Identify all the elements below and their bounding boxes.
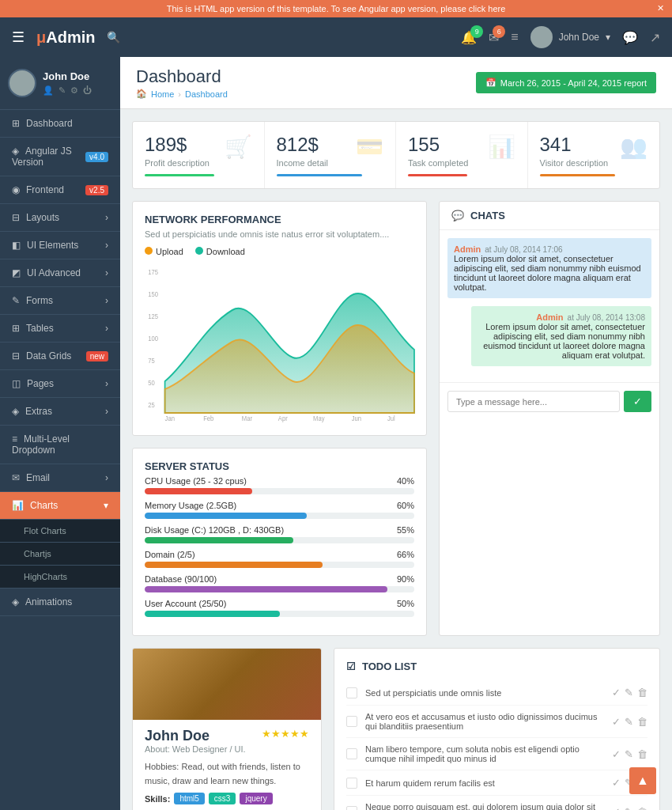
todo-checkbox[interactable] xyxy=(346,716,357,727)
user-profile-icon[interactable]: 👤 xyxy=(43,85,54,96)
sidebar-item-frontend[interactable]: ◉Frontend v2.5 xyxy=(0,176,120,204)
server-item: CPU Usage (25 - 32 cpus) 40% xyxy=(145,476,414,494)
sidebar-item-extras[interactable]: ◈Extras› xyxy=(0,398,120,426)
chat-time-2: at July 08, 2014 13:08 xyxy=(568,313,645,322)
angular-badge: v4.0 xyxy=(85,152,108,162)
todo-text: Et harum quidem rerum facilis est xyxy=(365,778,604,788)
stat-profit: 189$ Profit description 🛒 xyxy=(133,122,265,188)
server-item-label: Memory Usage (2.5GB) 60% xyxy=(145,501,414,510)
sidebar-item-flot[interactable]: Flot Charts xyxy=(0,520,120,543)
sidebar-charts-label: Charts xyxy=(30,500,58,511)
todo-checkbox[interactable] xyxy=(346,778,357,789)
user-power-icon[interactable]: ⏻ xyxy=(83,85,92,96)
sidebar-item-ui-advanced[interactable]: ◩UI Advanced› xyxy=(0,259,120,287)
todo-check-icon[interactable]: ✓ xyxy=(612,687,621,698)
upload-legend-dot xyxy=(145,247,153,255)
user-dropdown[interactable]: John Doe ▾ xyxy=(530,26,610,48)
sidebar-item-forms[interactable]: ✎Forms› xyxy=(0,287,120,315)
network-title: NETWORK PERFORMANCE xyxy=(145,214,414,225)
ui-advanced-icon: ◩ xyxy=(12,267,21,278)
sidebar-username: John Doe xyxy=(43,70,92,82)
date-range-button[interactable]: 📅 March 26, 2015 - April 24, 2015 report xyxy=(476,72,656,93)
charts-icon: 📊 xyxy=(12,500,24,511)
layouts-icon: ⊟ xyxy=(12,212,20,223)
hamburger-menu-icon[interactable]: ☰ xyxy=(12,28,25,46)
server-progress-bar xyxy=(145,562,414,568)
highcharts-label: HighCharts xyxy=(24,572,67,581)
tables-icon: ⊞ xyxy=(12,323,20,334)
user-settings-icon[interactable]: ⚙ xyxy=(70,85,78,96)
skills-label: Skills: xyxy=(145,794,170,804)
server-progress-fill xyxy=(145,513,307,519)
sidebar-item-ui-elements[interactable]: ◧UI Elements› xyxy=(0,232,120,259)
user-edit-icon[interactable]: ✎ xyxy=(59,85,66,96)
todo-delete-icon[interactable]: 🗑 xyxy=(637,687,647,698)
todo-edit-icon[interactable]: ✎ xyxy=(625,748,633,760)
sidebar-item-datagrids[interactable]: ⊟Data Grids new xyxy=(0,343,120,370)
scroll-to-top-button[interactable]: ▲ xyxy=(629,767,656,794)
sidebar-item-tables[interactable]: ⊞Tables› xyxy=(0,315,120,343)
search-icon[interactable]: 🔍 xyxy=(107,31,120,44)
chat-card: 💬 CHATS Adminat July 08, 2014 17:06 Lore… xyxy=(439,201,660,636)
todo-checkbox[interactable] xyxy=(346,687,357,698)
skill-jquery: jquery xyxy=(240,793,272,804)
chevron-down-icon: ▾ xyxy=(104,500,108,511)
stat-progress-bar xyxy=(408,174,467,176)
sidebar-item-email[interactable]: ✉Email› xyxy=(0,464,120,492)
announcement-text: This is HTML app version of this templat… xyxy=(167,4,506,13)
todo-text: At vero eos et accusamus et iusto odio d… xyxy=(365,712,604,731)
chat-text-1: Lorem ipsum dolor sit amet, consectetuer… xyxy=(454,254,645,292)
share-icon[interactable]: ↗ xyxy=(650,30,660,45)
chat-input[interactable] xyxy=(447,391,620,412)
chevron-right-icon: › xyxy=(105,240,108,251)
sidebar-item-dashboard[interactable]: ⊞Dashboard xyxy=(0,110,120,138)
chat-author-2: Admin xyxy=(536,312,563,322)
sidebar-item-animations[interactable]: ◈Animations xyxy=(0,589,120,616)
todo-checkbox[interactable] xyxy=(346,806,357,810)
close-icon[interactable]: ✕ xyxy=(657,3,664,13)
chat-message-2: Adminat July 08, 2014 13:08 Lorem ipsum … xyxy=(471,306,651,366)
todo-check-icon[interactable]: ✓ xyxy=(612,748,621,760)
svg-text:175: 175 xyxy=(148,267,158,276)
chat-header-icon[interactable]: 💬 xyxy=(622,30,638,45)
breadcrumb-home[interactable]: Home xyxy=(151,89,174,99)
chat-text-2: Lorem ipsum dolor sit amet, consectetuer… xyxy=(478,322,645,360)
middle-section: NETWORK PERFORMANCE Sed ut perspiciatis … xyxy=(132,201,660,636)
list-icon[interactable]: ≡ xyxy=(511,30,518,44)
email-icon[interactable]: ✉ 6 xyxy=(489,30,499,45)
chat-send-button[interactable]: ✓ xyxy=(624,391,651,412)
profile-hobbies: Hobbies: Read, out with friends, listen … xyxy=(145,760,309,788)
svg-text:Jun: Jun xyxy=(352,414,362,422)
chat-author-1: Admin xyxy=(454,244,481,254)
server-item-label: CPU Usage (25 - 32 cpus) 40% xyxy=(145,476,414,486)
stat-progress-bar xyxy=(277,174,362,176)
dashboard-icon: ⊞ xyxy=(12,118,20,129)
todo-edit-icon[interactable]: ✎ xyxy=(625,806,633,811)
svg-text:Jan: Jan xyxy=(165,414,176,422)
todo-delete-icon[interactable]: 🗑 xyxy=(637,716,647,728)
sidebar-item-layouts[interactable]: ⊟Layouts› xyxy=(0,204,120,232)
sidebar-item-chartjs[interactable]: Chartjs xyxy=(0,543,120,566)
notification-bell-icon[interactable]: 🔔 9 xyxy=(461,30,477,45)
server-item: Domain (2/5) 66% xyxy=(145,550,414,568)
chevron-right-icon: › xyxy=(105,472,108,483)
todo-check-icon[interactable]: ✓ xyxy=(612,806,621,811)
notification-badge: 9 xyxy=(470,25,483,38)
todo-check-icon[interactable]: ✓ xyxy=(612,716,621,728)
date-range-label: March 26, 2015 - April 24, 2015 report xyxy=(500,78,647,88)
sidebar-item-multilevel[interactable]: ≡Multi-Level Dropdown xyxy=(0,426,120,464)
sidebar-item-charts[interactable]: 📊Charts ▾ xyxy=(0,492,120,520)
todo-edit-icon[interactable]: ✎ xyxy=(625,687,633,698)
todo-delete-icon[interactable]: 🗑 xyxy=(637,748,647,760)
page-title: Dashboard xyxy=(136,66,228,87)
chat-header: 💬 CHATS xyxy=(440,202,659,230)
todo-edit-icon[interactable]: ✎ xyxy=(625,716,633,728)
svg-text:Jul: Jul xyxy=(387,414,395,422)
todo-checkbox[interactable] xyxy=(346,748,357,759)
sidebar-item-highcharts[interactable]: HighCharts xyxy=(0,566,120,589)
sidebar-item-angularjs[interactable]: ◈Angular JS Version v4.0 xyxy=(0,138,120,176)
stats-row: 189$ Profit description 🛒 812$ Income de… xyxy=(132,121,660,189)
sidebar-item-pages[interactable]: ◫Pages› xyxy=(0,370,120,398)
todo-check-icon[interactable]: ✓ xyxy=(612,777,621,789)
todo-delete-icon[interactable]: 🗑 xyxy=(637,806,647,811)
